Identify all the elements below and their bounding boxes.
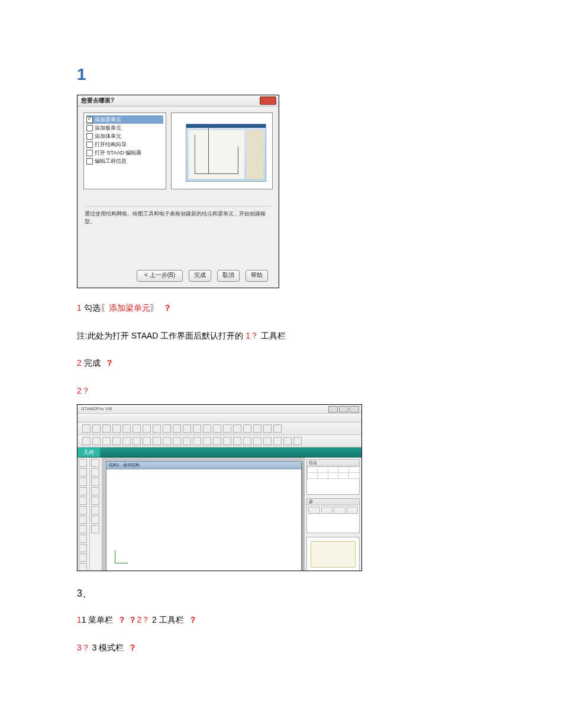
option-label: 添加板单元 — [95, 124, 121, 132]
toolbar-icon[interactable] — [173, 437, 181, 445]
panel-button[interactable] — [321, 507, 333, 514]
toolbar-icon[interactable] — [263, 437, 272, 445]
document-title: 结构1 - 全部结构 — [106, 462, 301, 469]
option-add-plate[interactable]: 添加板单元 — [86, 124, 163, 132]
logo-panel — [306, 537, 360, 571]
toolbar-icon[interactable] — [193, 424, 201, 433]
toolbar-icon[interactable] — [82, 424, 91, 433]
toolbar-icon[interactable] — [92, 424, 101, 433]
toolbar-icon[interactable] — [79, 525, 87, 533]
toolbar-icon[interactable] — [79, 506, 87, 514]
toolbar-icon[interactable] — [91, 459, 99, 467]
finish-button[interactable]: 完成 — [189, 270, 211, 282]
toolbar-icon[interactable] — [102, 437, 111, 445]
help-button[interactable]: 帮助 — [246, 270, 268, 282]
toolbar-icon[interactable] — [243, 437, 251, 445]
toolbar-icon[interactable] — [102, 424, 111, 433]
toolbar-icon[interactable] — [91, 506, 99, 514]
figure-ref-text: 2？ — [77, 386, 90, 395]
toolbar-icon[interactable] — [223, 424, 231, 433]
toolbar-icon[interactable] — [79, 468, 87, 476]
toolbar-icon[interactable] — [79, 553, 87, 562]
close-icon[interactable] — [350, 406, 359, 413]
mode-tab-active[interactable]: 几何 — [77, 447, 100, 457]
toolbar-icon[interactable] — [79, 459, 87, 467]
toolbar-icon[interactable] — [79, 534, 87, 543]
minimize-icon[interactable] — [328, 406, 338, 413]
checkbox-icon[interactable] — [86, 141, 93, 148]
left-toolbar — [77, 458, 90, 571]
toolbar-icon[interactable] — [183, 437, 191, 445]
option-add-solid[interactable]: 添加体单元 — [86, 132, 163, 140]
toolbar-icon[interactable] — [223, 437, 231, 445]
close-icon[interactable] — [260, 96, 276, 105]
checkbox-icon[interactable] — [86, 158, 93, 165]
menu-bar[interactable] — [77, 414, 361, 423]
toolbar-icon[interactable] — [79, 563, 87, 571]
toolbar-icon[interactable] — [91, 478, 99, 486]
option-add-beam[interactable]: 添加梁单元 — [86, 115, 163, 124]
panel-button[interactable] — [347, 507, 358, 514]
toolbar-icon[interactable] — [133, 424, 141, 433]
toolbar-icon[interactable] — [143, 437, 151, 445]
toolbar-icon[interactable] — [91, 497, 99, 505]
toolbar-icon[interactable] — [143, 424, 151, 433]
toolbar-row-1[interactable] — [77, 423, 361, 435]
toolbar-icon[interactable] — [91, 516, 99, 524]
toolbar-icon[interactable] — [293, 437, 302, 445]
toolbar-icon[interactable] — [213, 437, 221, 445]
toolbar-icon[interactable] — [193, 437, 201, 445]
toolbar-icon[interactable] — [173, 424, 181, 433]
checkbox-icon[interactable] — [86, 125, 93, 131]
checkbox-icon[interactable] — [86, 117, 93, 123]
toolbar-icon[interactable] — [163, 424, 171, 433]
toolbar-icon[interactable] — [153, 424, 161, 433]
question-mark-icon: ？ — [163, 303, 172, 313]
toolbar-icon[interactable] — [79, 544, 87, 552]
toolbar-icon[interactable] — [92, 437, 101, 445]
checkbox-icon[interactable] — [86, 150, 93, 156]
toolbar-icon[interactable] — [273, 437, 282, 445]
option-open-editor[interactable]: 打开 STAAD 编辑器 — [86, 149, 163, 157]
toolbar-icon[interactable] — [79, 497, 87, 505]
toolbar-icon[interactable] — [112, 424, 121, 433]
toolbar-icon[interactable] — [233, 424, 241, 433]
toolbar-icon[interactable] — [273, 424, 282, 433]
toolbar-icon[interactable] — [203, 437, 211, 445]
note-line: 注:此处为打开 STAAD 工作界面后默认打开的 1？ 工具栏 — [77, 328, 485, 344]
document-window: 结构1 - 全部结构 — [106, 461, 302, 571]
option-label: 打开结构向导 — [95, 140, 127, 149]
toolbar-icon[interactable] — [122, 437, 131, 445]
toolbar-icon[interactable] — [82, 437, 91, 445]
toolbar-row-2[interactable] — [77, 435, 361, 447]
toolbar-icon[interactable] — [112, 437, 121, 445]
panel-header: 梁 — [307, 499, 359, 505]
toolbar-icon[interactable] — [133, 437, 141, 445]
toolbar-icon[interactable] — [243, 424, 251, 433]
toolbar-icon[interactable] — [79, 487, 87, 495]
cancel-button[interactable]: 取消 — [217, 270, 240, 282]
back-button[interactable]: < 上一步(B) — [137, 270, 183, 282]
toolbar-icon[interactable] — [263, 424, 272, 433]
toolbar-icon[interactable] — [79, 516, 87, 524]
maximize-icon[interactable] — [339, 406, 348, 413]
toolbar-icon[interactable] — [183, 424, 191, 433]
toolbar-icon[interactable] — [153, 437, 161, 445]
toolbar-icon[interactable] — [91, 487, 99, 495]
toolbar-icon[interactable] — [283, 437, 292, 445]
option-edit-project-info[interactable]: 编辑工程信息 — [86, 157, 163, 165]
toolbar-icon[interactable] — [213, 424, 221, 433]
toolbar-icon[interactable] — [203, 424, 211, 433]
panel-button[interactable] — [334, 507, 345, 514]
toolbar-icon[interactable] — [91, 468, 99, 476]
option-open-wizard[interactable]: 打开结构向导 — [86, 140, 163, 149]
toolbar-icon[interactable] — [122, 424, 131, 433]
checkbox-icon[interactable] — [86, 133, 93, 140]
toolbar-icon[interactable] — [253, 424, 261, 433]
toolbar-icon[interactable] — [233, 437, 241, 445]
toolbar-icon[interactable] — [253, 437, 261, 445]
toolbar-icon[interactable] — [91, 525, 99, 533]
toolbar-icon[interactable] — [79, 478, 87, 486]
toolbar-icon[interactable] — [163, 437, 171, 445]
panel-button[interactable] — [308, 507, 320, 514]
